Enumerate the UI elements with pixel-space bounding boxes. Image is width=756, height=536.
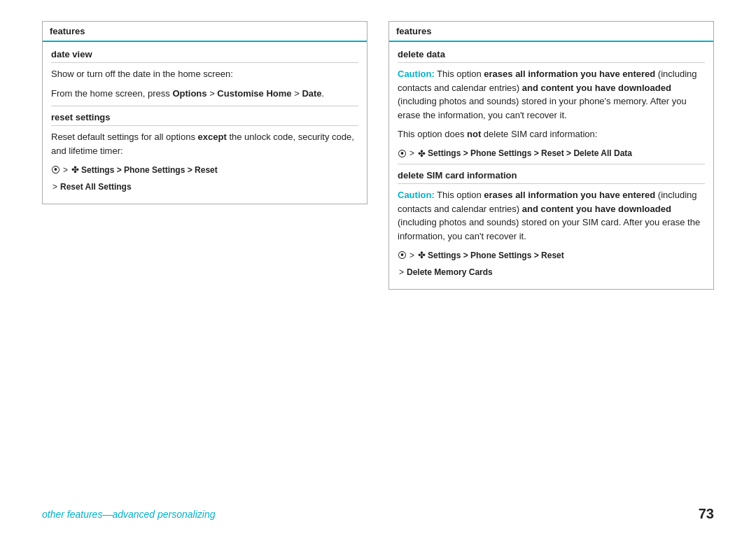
- reset-all-settings-nav: > Reset All Settings: [51, 181, 358, 194]
- page-number: 73: [699, 506, 714, 522]
- date-view-section: date view Show or turn off the date in t…: [51, 49, 358, 100]
- delete-all-data-nav: > ✤ Settings > Phone Settings > Reset > …: [398, 147, 705, 162]
- settings-menu-icon-2: ✤: [418, 147, 426, 162]
- delete-data-caution-text: Caution: This option erases all informat…: [398, 67, 705, 122]
- left-features-header: features: [43, 22, 367, 42]
- phone-dot-icon-3: [398, 248, 407, 263]
- reset-settings-title: reset settings: [51, 112, 358, 126]
- delete-sim-caution-text: Caution: This option erases all informat…: [398, 188, 705, 243]
- phone-dot-icon-2: [398, 147, 407, 162]
- footer-text: other features—advanced personalizing: [42, 509, 216, 520]
- date-view-title: date view: [51, 49, 358, 63]
- reset-settings-text: Reset default settings for all options e…: [51, 130, 358, 157]
- reset-settings-nav: > ✤ Settings > Phone Settings > Reset: [51, 163, 358, 178]
- footer-bar: other features—advanced personalizing 73: [42, 496, 714, 522]
- settings-menu-icon-3: ✤: [418, 248, 426, 263]
- delete-sim-title: delete SIM card information: [398, 170, 705, 184]
- delete-memory-nav-line1: > ✤ Settings > Phone Settings > Reset: [398, 248, 705, 263]
- settings-menu-icon: ✤: [71, 163, 79, 178]
- delete-data-section: delete data Caution: This option erases …: [398, 49, 705, 161]
- phone-dot-icon: [51, 163, 60, 178]
- delete-sim-section: delete SIM card information Caution: Thi…: [398, 164, 705, 279]
- reset-settings-section: reset settings Reset default settings fo…: [51, 106, 358, 194]
- right-features-header: features: [389, 22, 713, 42]
- caution-label-2: Caution:: [398, 190, 435, 200]
- delete-memory-nav-line2: > Delete Memory Cards: [398, 266, 705, 279]
- delete-data-title: delete data: [398, 49, 705, 63]
- date-view-text1: Show or turn off the date in the home sc…: [51, 67, 358, 81]
- caution-label-1: Caution:: [398, 69, 435, 79]
- delete-data-extra-text: This option does not delete SIM card inf…: [398, 127, 705, 141]
- date-view-text2: From the home screen, press Options > Cu…: [51, 87, 358, 101]
